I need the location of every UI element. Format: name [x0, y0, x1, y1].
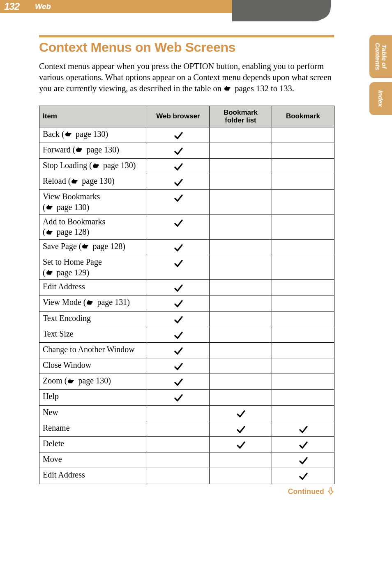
table-row: Change to Another Window	[39, 342, 334, 358]
reference-hand-icon	[67, 378, 76, 385]
table-row: View Bookmarks( page 130)	[39, 190, 334, 215]
item-cell: Text Encoding	[39, 311, 147, 327]
table-row: Zoom ( page 130)	[39, 374, 334, 390]
check-cell	[272, 358, 334, 374]
checkmark-icon	[174, 331, 183, 340]
table-row: Close Window	[39, 358, 334, 374]
check-cell	[147, 374, 210, 390]
check-cell	[210, 452, 272, 468]
table-row: Edit Address	[39, 280, 334, 295]
check-cell	[147, 239, 210, 255]
table-row: Forward ( page 130)	[39, 143, 334, 158]
check-cell	[272, 143, 334, 158]
reference-hand-icon	[75, 147, 84, 153]
table-row: Delete	[39, 437, 334, 452]
reference-hand-icon	[46, 270, 55, 276]
tab-index-label: Index	[378, 90, 384, 107]
check-cell	[147, 327, 210, 342]
page-title: Context Menus on Web Screens	[39, 40, 376, 55]
check-cell	[147, 174, 210, 190]
header-curve	[232, 0, 331, 21]
check-cell	[147, 190, 210, 215]
table-row: Set to Home Page( page 129)	[39, 255, 334, 279]
checkmark-icon	[174, 315, 183, 324]
checkmark-icon	[174, 362, 183, 371]
check-cell	[147, 421, 210, 436]
col-header-bookmark-folder-list: Bookmark folder list	[210, 106, 272, 127]
check-cell	[147, 280, 210, 295]
check-cell	[210, 143, 272, 158]
check-cell	[147, 342, 210, 358]
check-cell	[147, 159, 210, 174]
table-row: Save Page ( page 128)	[39, 239, 334, 255]
intro-paragraph: Context menus appear when you press the …	[39, 61, 332, 94]
check-cell	[272, 190, 334, 215]
checkmark-icon	[236, 441, 245, 450]
checkmark-icon	[236, 425, 245, 434]
reference-hand-icon	[65, 131, 74, 138]
check-cell	[147, 405, 210, 421]
item-cell: Set to Home Page( page 129)	[39, 255, 147, 279]
item-cell: Reload ( page 130)	[39, 174, 147, 190]
col-header-bookmark: Bookmark	[272, 106, 334, 127]
item-cell: View Bookmarks( page 130)	[39, 190, 147, 215]
item-cell: Back ( page 130)	[39, 127, 147, 143]
table-row: Back ( page 130)	[39, 127, 334, 143]
check-cell	[272, 311, 334, 327]
checkmark-icon	[174, 378, 183, 387]
item-cell: Help	[39, 390, 147, 405]
check-cell	[272, 421, 334, 436]
item-cell: Delete	[39, 437, 147, 452]
check-cell	[272, 452, 334, 468]
check-cell	[272, 239, 334, 255]
item-cell: Rename	[39, 421, 147, 436]
context-menu-table: Item Web browser Bookmark folder list Bo…	[39, 106, 334, 484]
item-cell: Forward ( page 130)	[39, 143, 147, 158]
reference-hand-icon	[71, 178, 80, 185]
check-cell	[147, 295, 210, 311]
reference-hand-icon	[92, 163, 101, 169]
check-cell	[147, 215, 210, 239]
checkmark-icon	[174, 243, 183, 252]
reference-hand-icon	[46, 229, 55, 236]
checkmark-icon	[174, 299, 183, 308]
check-cell	[210, 421, 272, 436]
intro-text-2: pages 132 to 133.	[233, 84, 294, 93]
check-cell	[272, 374, 334, 390]
checkmark-icon	[174, 259, 183, 268]
item-cell: Zoom ( page 130)	[39, 374, 147, 390]
col-header-item: Item	[39, 106, 147, 127]
check-cell	[272, 159, 334, 174]
check-cell	[210, 405, 272, 421]
checkmark-icon	[174, 147, 183, 156]
check-cell	[210, 358, 272, 374]
check-cell	[272, 127, 334, 143]
table-row: New	[39, 405, 334, 421]
item-cell: Edit Address	[39, 280, 147, 295]
check-cell	[210, 390, 272, 405]
section-name: Web	[19, 2, 51, 11]
item-cell: View Mode ( page 131)	[39, 295, 147, 311]
table-row: Reload ( page 130)	[39, 174, 334, 190]
table-row: Add to Bookmarks( page 128)	[39, 215, 334, 239]
checkmark-icon	[236, 409, 245, 418]
check-cell	[272, 342, 334, 358]
checkmark-icon	[174, 219, 183, 228]
check-cell	[272, 468, 334, 484]
continued-label: Continued	[288, 487, 324, 496]
checkmark-icon	[174, 393, 183, 402]
continued-indicator: Continued	[39, 487, 334, 497]
col-header-web-browser: Web browser	[147, 106, 210, 127]
table-row: Help	[39, 390, 334, 405]
check-cell	[210, 127, 272, 143]
item-cell: Change to Another Window	[39, 342, 147, 358]
item-cell: Add to Bookmarks( page 128)	[39, 215, 147, 239]
check-cell	[210, 327, 272, 342]
check-cell	[147, 127, 210, 143]
check-cell	[272, 405, 334, 421]
check-cell	[210, 295, 272, 311]
table-row: View Mode ( page 131)	[39, 295, 334, 311]
item-cell: New	[39, 405, 147, 421]
title-rule	[39, 35, 334, 37]
check-cell	[147, 143, 210, 158]
